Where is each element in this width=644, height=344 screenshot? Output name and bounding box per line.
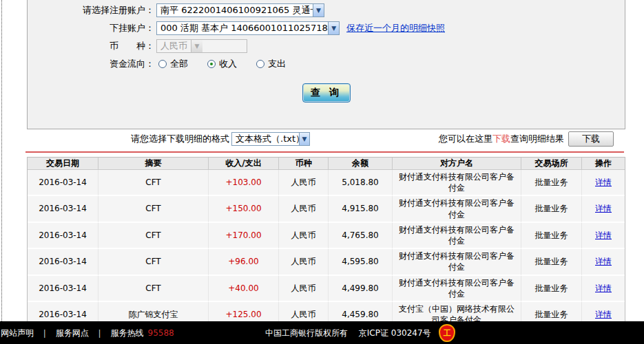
footer-separator: ｜ — [96, 328, 104, 338]
cell-balance: 4,499.80 — [329, 276, 393, 302]
query-button-row: 查 询 — [28, 83, 625, 103]
footer-link-site-statement[interactable]: 网站声明 — [1, 328, 34, 338]
cell-summary: CFT — [98, 196, 209, 222]
download-format-label: 请您选择下载明细的格式 — [131, 133, 229, 145]
col-header-currency: 币种 — [279, 158, 329, 170]
window-edge-divider — [1, 0, 2, 321]
download-hint-group: 您可以在这里下载查询明细结果 下载 — [439, 131, 614, 147]
table-row: 2016-03-14 CFT +150.00 人民币 4,915.80 财付通支… — [28, 196, 625, 222]
flow-row: 资金流向： 全部 收入 支出 — [28, 57, 625, 71]
cell-venue: 批量业务 — [521, 196, 582, 222]
transaction-detail-page: 请选择注册账户： 南平 6222001406100921065 灵通卡 ▼ 下挂… — [0, 0, 644, 344]
hotline-label: 服务热线 — [111, 328, 144, 338]
query-button[interactable]: 查 询 — [302, 83, 351, 103]
col-header-amount: 收入/支出 — [209, 158, 279, 170]
radio-icon[interactable] — [158, 60, 167, 68]
cell-amount: +170.00 — [209, 223, 279, 249]
table-row: 2016-03-14 CFT +103.00 人民币 5,018.80 财付通支… — [28, 170, 625, 196]
detail-link[interactable]: 详情 — [595, 283, 612, 293]
col-header-summary: 摘要 — [98, 158, 209, 170]
col-header-balance: 余额 — [329, 158, 393, 170]
currency-label: 币 种： — [28, 40, 154, 52]
section-divider-line — [25, 151, 624, 153]
cell-venue: 批量业务 — [521, 276, 582, 302]
cell-amount: +40.00 — [209, 276, 279, 302]
cell-venue: 批量业务 — [521, 170, 582, 196]
cell-summary: CFT — [98, 249, 209, 275]
transaction-table: 交易日期 摘要 收入/支出 币种 余额 对方户名 交易场所 操作 2016-03… — [28, 158, 625, 327]
cell-summary: CFT — [98, 170, 209, 196]
footer-bar: 网站声明｜服务网点｜服务热线95588 中国工商银行版权所有 京ICP证 030… — [0, 321, 644, 344]
cell-amount: +103.00 — [209, 170, 279, 196]
flow-label: 资金流向： — [28, 58, 154, 70]
download-format-select[interactable]: 文本格式（.txt） ▼ — [231, 132, 310, 146]
flow-radio-income[interactable]: 收入 — [207, 58, 237, 70]
col-header-action: 操作 — [582, 158, 625, 170]
chevron-down-icon[interactable]: ▼ — [328, 22, 339, 34]
col-header-venue: 交易场所 — [521, 158, 582, 170]
cell-currency: 人民币 — [279, 196, 329, 222]
cell-summary: CFT — [98, 223, 209, 249]
cell-balance: 5,018.80 — [329, 170, 393, 196]
cell-balance: 4,765.80 — [329, 223, 393, 249]
sub-account-value: 000 活期 基本户 1406600101102571848 — [157, 22, 328, 34]
register-account-value: 南平 6222001406100921065 灵通卡 — [157, 4, 313, 17]
table-header-row: 交易日期 摘要 收入/支出 币种 余额 对方户名 交易场所 操作 — [28, 158, 625, 170]
detail-link[interactable]: 详情 — [595, 310, 612, 319]
cell-counterparty: 财付通支付科技有限公司客户备付金 — [393, 170, 521, 196]
radio-icon[interactable] — [207, 60, 216, 68]
cell-summary: CFT — [98, 276, 209, 302]
cell-action: 详情 — [582, 249, 625, 275]
chevron-down-icon[interactable]: ▼ — [299, 133, 309, 145]
cell-date: 2016-03-14 — [28, 196, 98, 222]
cell-action: 详情 — [582, 223, 625, 249]
cell-amount: +96.00 — [209, 249, 279, 275]
register-account-label: 请选择注册账户： — [28, 4, 154, 17]
download-button[interactable]: 下载 — [568, 131, 614, 147]
copyright-text: 中国工商银行版权所有 京ICP证 030247号 — [265, 327, 431, 339]
save-snapshot-link[interactable]: 保存近一个月的明细快照 — [346, 22, 445, 34]
radio-icon[interactable] — [256, 60, 264, 68]
table-row: 2016-03-14 CFT +96.00 人民币 4,595.80 财付通支付… — [28, 249, 625, 275]
transaction-table-wrap: 交易日期 摘要 收入/支出 币种 余额 对方户名 交易场所 操作 2016-03… — [27, 157, 625, 327]
table-row: 2016-03-14 CFT +40.00 人民币 4,499.80 财付通支付… — [28, 276, 625, 302]
download-format-group: 请您选择下载明细的格式 文本格式（.txt） ▼ — [131, 132, 310, 146]
cell-currency: 人民币 — [279, 276, 329, 302]
download-hint-suffix: 查询明细结果 — [510, 133, 564, 145]
flow-radio-all[interactable]: 全部 — [158, 58, 188, 70]
cell-date: 2016-03-14 — [28, 276, 98, 302]
cell-currency: 人民币 — [279, 170, 329, 196]
register-account-row: 请选择注册账户： 南平 6222001406100921065 灵通卡 ▼ — [28, 3, 625, 17]
sub-account-row: 下挂账户： 000 活期 基本户 1406600101102571848 ▼ 保… — [28, 21, 625, 35]
col-header-counterparty: 对方户名 — [393, 158, 521, 170]
sub-account-label: 下挂账户： — [28, 22, 154, 34]
chevron-down-icon[interactable]: ▼ — [313, 4, 324, 17]
register-account-select[interactable]: 南平 6222001406100921065 灵通卡 ▼ — [156, 3, 324, 17]
icbc-emblem-icon: 工 — [439, 324, 455, 342]
cell-action: 详情 — [582, 170, 625, 196]
cell-action: 详情 — [582, 196, 625, 222]
cell-venue: 批量业务 — [521, 249, 582, 275]
detail-link[interactable]: 详情 — [595, 230, 612, 240]
detail-link[interactable]: 详情 — [595, 257, 612, 266]
cell-currency: 人民币 — [279, 249, 329, 275]
download-bar: 请您选择下载明细的格式 文本格式（.txt） ▼ 您可以在这里下载查询明细结果 … — [0, 131, 644, 147]
footer-link-service-outlets[interactable]: 服务网点 — [56, 328, 89, 338]
cell-venue: 批量业务 — [521, 223, 582, 249]
sub-account-select[interactable]: 000 活期 基本户 1406600101102571848 ▼ — [156, 21, 340, 35]
flow-radio-group: 全部 收入 支出 — [158, 58, 305, 70]
cell-action: 详情 — [582, 276, 625, 302]
chevron-down-icon: ▼ — [191, 40, 202, 52]
flow-radio-expense[interactable]: 支出 — [256, 58, 286, 70]
col-header-date: 交易日期 — [28, 158, 98, 170]
cell-counterparty: 财付通支付科技有限公司客户备付金 — [393, 276, 521, 302]
cell-date: 2016-03-14 — [28, 170, 98, 196]
detail-link[interactable]: 详情 — [595, 204, 612, 213]
download-link[interactable]: 下载 — [492, 133, 510, 145]
currency-value: 人民币 — [157, 40, 191, 52]
hotline-number: 95588 — [148, 328, 174, 338]
cell-balance: 4,915.80 — [329, 196, 393, 222]
detail-link[interactable]: 详情 — [595, 178, 612, 187]
download-hint-prefix: 您可以在这里 — [439, 133, 492, 145]
footer-separator: ｜ — [41, 328, 49, 338]
